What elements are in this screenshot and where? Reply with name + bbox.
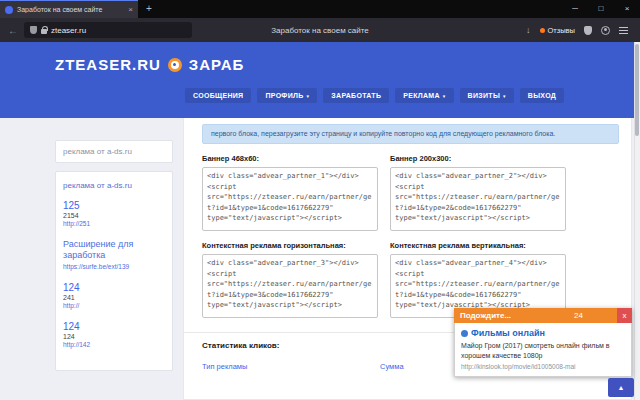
tracking-shield-icon[interactable] [30, 26, 37, 34]
banner-block-200x300: Баннер 200x300: <div class="advear_partn… [390, 154, 566, 231]
banner-code-textarea[interactable]: <div class="advear_partner_3"></div><scr… [202, 254, 378, 318]
browser-tab-strip: Заработок на своем сайте × + ─ □ × [0, 0, 640, 18]
banner-block-context-horizontal: Контекстная реклама горизонтальная: <div… [202, 241, 378, 318]
chevron-down-icon: ▾ [503, 93, 506, 99]
browser-toolbar: ← zteaser.ru Заработок на своем сайте ↓ … [0, 18, 640, 42]
tab-favicon-icon [5, 6, 13, 14]
nav-item-messages[interactable]: СООБЩЕНИЯ [185, 88, 251, 103]
banner-label: Баннер 200x300: [390, 154, 566, 163]
browser-tab[interactable]: Заработок на своем сайте × [0, 0, 138, 18]
window-maximize-button[interactable]: □ [588, 0, 614, 18]
list-item: 125 2154 http://251 [63, 200, 165, 227]
banner-label: Баннер 468x60: [202, 154, 378, 163]
banner-label: Контекстная реклама вертикальная: [390, 241, 566, 250]
account-icon[interactable] [601, 26, 610, 35]
scrollbar-thumb[interactable] [635, 44, 639, 136]
address-bar[interactable]: zteaser.ru [24, 22, 192, 38]
ad-count: 241 [63, 294, 165, 301]
main-nav: СООБЩЕНИЯ ПРОФИЛЬ ▾ ЗАРАБОТАТЬ РЕКЛАМА ▾… [0, 73, 640, 103]
window-controls: ─ □ × [562, 0, 640, 18]
nav-item-ads[interactable]: РЕКЛАМА ▾ [395, 88, 453, 103]
nav-item-visits[interactable]: ВИЗИТЫ ▾ [460, 88, 514, 103]
reviews-dot-icon [540, 28, 545, 33]
sidebar-list-title: реклама от a-ds.ru [63, 181, 165, 190]
ad-url-link[interactable]: https://surfe.be/ext/139 [63, 263, 165, 270]
scroll-top-button[interactable]: ▲ [608, 378, 634, 397]
popup-ad-text: Майор Гром (2017) смотреть онлайн фильм … [461, 341, 625, 360]
window-close-button[interactable]: × [614, 0, 640, 18]
ad-popup: Подождите... 24 x Фильмы онлайн Майор Гр… [454, 308, 632, 377]
sidebar-widget-header: реклама от a-ds.ru [55, 140, 173, 163]
reviews-label: Отзывы [548, 26, 575, 35]
ads-sidebar: реклама от a-ds.ru реклама от a-ds.ru 12… [55, 118, 173, 371]
url-text: zteaser.ru [51, 26, 86, 35]
popup-ad-title-link[interactable]: Фильмы онлайн [461, 328, 625, 338]
ad-url-link[interactable]: http:// [63, 302, 165, 309]
ad-number-link[interactable]: 124 [63, 321, 165, 332]
ad-number-link[interactable]: 124 [63, 282, 165, 293]
new-tab-button[interactable]: + [138, 0, 160, 18]
window-minimize-button[interactable]: ─ [562, 0, 588, 18]
tab-title: Заработок на своем сайте [17, 6, 124, 13]
stats-column-type[interactable]: Тип рекламы [202, 362, 380, 371]
logo-text: ZTEASER.RU [55, 56, 161, 73]
popup-wait-text: Подождите... [460, 311, 574, 320]
ad-count: 2154 [63, 212, 165, 219]
popup-ad-icon [461, 330, 468, 337]
ad-popup-body: Фильмы онлайн Майор Гром (2017) смотреть… [454, 323, 632, 377]
reviews-extension-button[interactable]: Отзывы [540, 26, 575, 35]
chevron-down-icon: ▾ [443, 93, 446, 99]
nav-item-earn[interactable]: ЗАРАБОТАТЬ [323, 88, 389, 103]
ad-popup-header: Подождите... 24 x [454, 308, 632, 323]
downloads-icon[interactable]: ↓ [526, 26, 531, 35]
ad-url-link[interactable]: http://142 [63, 341, 165, 348]
ad-number-link[interactable]: 125 [63, 200, 165, 211]
popup-ad-url[interactable]: http://kinslook.top/movie/id1005008-mai [461, 363, 625, 370]
logo-eye-icon [168, 58, 182, 72]
lock-icon[interactable] [41, 29, 47, 34]
info-alert: первого блока, перезагрузите эту страниц… [202, 124, 619, 144]
menu-icon[interactable] [619, 27, 628, 34]
logo[interactable]: ZTEASER.RU ЗАРАБ [0, 42, 640, 73]
banner-block-context-vertical: Контекстная реклама вертикальная: <div c… [390, 241, 566, 318]
logo-suffix: ЗАРАБ [189, 56, 245, 73]
page-scrollbar[interactable] [634, 42, 640, 400]
list-item: Расширение для заработка https://surfe.b… [63, 239, 165, 270]
nav-item-logout[interactable]: ВЫХОД [520, 88, 564, 103]
popup-countdown: 24 [574, 311, 583, 320]
tab-close-icon[interactable]: × [128, 5, 133, 14]
banner-block-468x60: Баннер 468x60: <div class="advear_partne… [202, 154, 378, 231]
list-item: 124 241 http:// [63, 282, 165, 309]
site-header: ZTEASER.RU ЗАРАБ СООБЩЕНИЯ ПРОФИЛЬ ▾ ЗАР… [0, 42, 640, 118]
sidebar-ads-list: реклама от a-ds.ru 125 2154 http://251 Р… [55, 171, 173, 371]
ad-title-link[interactable]: Расширение для заработка [63, 239, 165, 262]
ad-count: 124 [63, 333, 165, 340]
toolbar-actions: ↓ Отзывы [526, 26, 640, 35]
nav-item-profile[interactable]: ПРОФИЛЬ ▾ [257, 88, 317, 103]
banner-code-grid: Баннер 468x60: <div class="advear_partne… [202, 154, 621, 318]
banner-label: Контекстная реклама горизонтальная: [202, 241, 378, 250]
chevron-down-icon: ▾ [307, 93, 310, 99]
banner-code-textarea[interactable]: <div class="advear_partner_2"></div><scr… [390, 167, 566, 231]
banner-code-textarea[interactable]: <div class="advear_partner_1"></div><scr… [202, 167, 378, 231]
back-button[interactable]: ← [0, 25, 24, 36]
list-item: 124 124 http://142 [63, 321, 165, 348]
ad-url-link[interactable]: http://251 [63, 220, 165, 227]
adblock-shield-icon[interactable] [584, 26, 592, 35]
popup-close-button[interactable]: x [617, 308, 632, 323]
